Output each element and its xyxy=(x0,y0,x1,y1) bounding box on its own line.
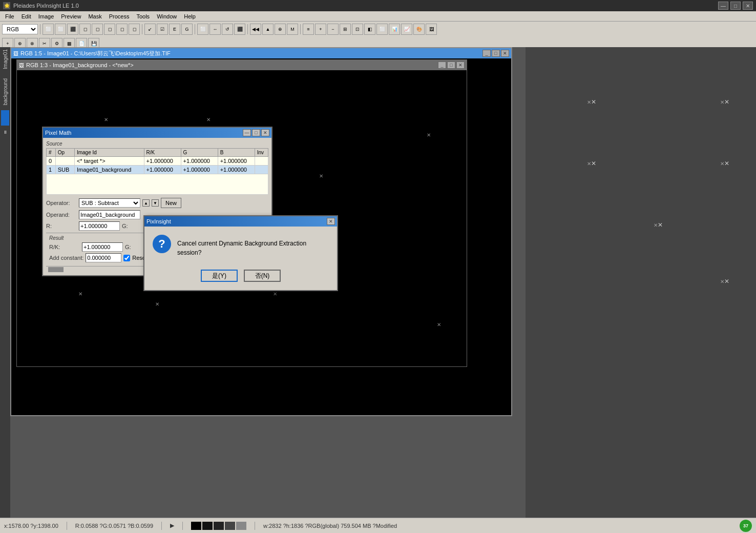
menu-file[interactable]: File xyxy=(2,12,17,20)
confirm-buttons: 是(Y) 否(N) xyxy=(144,265,337,290)
minimize-button[interactable]: — xyxy=(718,2,728,10)
col-header-imageid: Image Id xyxy=(74,149,144,157)
right-panel: ✕ ✕ ✕ ✕ ✕ ✕ xyxy=(526,47,756,518)
toolbar-btn-7[interactable]: ◻ xyxy=(116,24,128,35)
color-swatches xyxy=(191,522,246,530)
maximize-button[interactable]: □ xyxy=(730,2,741,10)
up-arrow-btn[interactable]: ▲ xyxy=(142,199,150,207)
toolbar-btn-30[interactable]: 🎨 xyxy=(413,24,425,35)
down-arrow-btn[interactable]: ▼ xyxy=(152,199,159,207)
status-bar: x:1578.00 ?y:1398.00 R:0.0588 ?G:0.0571 … xyxy=(0,518,756,533)
menu-image[interactable]: Image xyxy=(35,12,57,20)
side-label-background[interactable]: background xyxy=(2,76,9,107)
toolbar-btn-15[interactable]: ↺ xyxy=(222,24,233,35)
confirm-close-btn[interactable]: ✕ xyxy=(327,218,335,225)
pixel-math-minimize[interactable]: — xyxy=(243,129,251,136)
pixel-math-close[interactable]: ✕ xyxy=(261,129,269,136)
toolbar-btn-13[interactable]: ⬜ xyxy=(197,24,208,35)
main-minimize-btn[interactable]: _ xyxy=(482,50,491,57)
toolbar-btn-19[interactable]: ⊕ xyxy=(275,24,286,35)
toolbar-btn-28[interactable]: 📊 xyxy=(389,24,400,35)
toolbar-btn-3[interactable]: ⬛ xyxy=(67,24,78,35)
toolbar-btn-31[interactable]: 🖼 xyxy=(426,24,437,35)
app-icon: 🌟 xyxy=(3,2,10,9)
confirm-yes-button[interactable]: 是(Y) xyxy=(201,270,238,282)
toolbar-btn-29[interactable]: 📈 xyxy=(401,24,412,35)
bg-close-btn[interactable]: ✕ xyxy=(456,61,465,69)
bg-maximize-btn[interactable]: □ xyxy=(447,61,455,69)
swatch-black1 xyxy=(191,522,201,530)
main-maximize-btn[interactable]: □ xyxy=(492,50,500,57)
menu-tools[interactable]: Tools xyxy=(133,12,153,20)
title-bar-controls: — □ ✕ xyxy=(718,2,753,10)
toolbar-btn-26[interactable]: ◧ xyxy=(364,24,375,35)
r-input[interactable] xyxy=(79,221,120,231)
status-sep-3 xyxy=(182,522,183,530)
toolbar-btn-25[interactable]: ⊡ xyxy=(352,24,363,35)
toolbar-btn-9[interactable]: ↙ xyxy=(144,24,156,35)
toolbar-btn-23[interactable]: − xyxy=(327,24,339,35)
toolbar-btn-14[interactable]: ↔ xyxy=(209,24,221,35)
col-header-num: # xyxy=(47,149,56,157)
toolbar-btn-27[interactable]: ⬜ xyxy=(376,24,388,35)
toolbar-btn-4[interactable]: ◻ xyxy=(79,24,91,35)
menu-preview[interactable]: Preview xyxy=(58,12,84,20)
add-constant-input[interactable] xyxy=(86,253,121,262)
status-sep-1 xyxy=(67,522,67,530)
status-sep-4 xyxy=(255,522,255,530)
menu-mask[interactable]: Mask xyxy=(85,12,104,20)
toolbar-btn-22[interactable]: + xyxy=(315,24,326,35)
status-play-icon[interactable]: ▶ xyxy=(170,522,174,529)
main-close-btn[interactable]: ✕ xyxy=(501,50,509,57)
rescale-checkbox[interactable] xyxy=(123,255,130,261)
table-empty-row xyxy=(47,174,268,195)
toolbar-btn-18[interactable]: ▲ xyxy=(262,24,274,35)
result-rk-input[interactable] xyxy=(82,242,123,252)
table-row[interactable]: 1 SUB Image01_background +1.000000 +1.00… xyxy=(47,166,268,174)
toolbar-btn-21[interactable]: ≡ xyxy=(303,24,314,35)
col-header-rk: R/K xyxy=(144,149,181,157)
toolbar-btn-24[interactable]: ⊞ xyxy=(340,24,351,35)
status-dimensions: w:2832 ?h:1836 ?RGB(global) 759.504 MB ?… xyxy=(263,523,397,529)
table-row[interactable]: 0 <* target *> +1.000000 +1.000000 +1.00… xyxy=(47,157,268,166)
side-label-image01[interactable]: Image01 xyxy=(2,47,9,71)
mode-selector[interactable]: RGB xyxy=(2,24,38,34)
toolbar-btn-10[interactable]: ☑ xyxy=(157,24,168,35)
status-rgb: R:0.0588 ?G:0.0571 ?B:0.0599 xyxy=(75,523,153,529)
toolbar-btn-11[interactable]: E xyxy=(169,24,180,35)
bg-window-icon: 🖼 xyxy=(19,63,24,68)
confirm-no-button[interactable]: 否(N) xyxy=(244,270,281,282)
crosshair-r4: ✕ xyxy=(720,160,726,166)
toolbar-btn-20[interactable]: M xyxy=(287,24,298,35)
swatch-dark xyxy=(214,522,224,530)
menu-help[interactable]: Help xyxy=(181,12,199,20)
toolbar-btn-2[interactable]: ⬜ xyxy=(55,24,66,35)
main-window-titlebar: 🖼 RGB 1:5 - Image01 - C:\Users\郭云飞\Deskt… xyxy=(11,48,511,58)
menu-window[interactable]: Window xyxy=(154,12,180,20)
toolbar-btn-5[interactable]: ◻ xyxy=(92,24,103,35)
scrollbar-thumb[interactable] xyxy=(48,267,64,272)
pixel-math-maximize[interactable]: □ xyxy=(252,129,260,136)
toolbar-btn-17[interactable]: ◀◀ xyxy=(250,24,261,35)
toolbar-btn-1[interactable]: ⬜ xyxy=(43,24,54,35)
bg-minimize-btn[interactable]: _ xyxy=(438,61,446,69)
menu-process[interactable]: Process xyxy=(106,12,133,20)
close-button[interactable]: ✕ xyxy=(743,2,753,10)
new-button[interactable]: New xyxy=(161,198,181,208)
side-labels: Image01 background ⏸ xyxy=(0,47,10,518)
operand-input[interactable] xyxy=(79,210,140,219)
toolbar-btn-8[interactable]: ◻ xyxy=(129,24,140,35)
toolbar-btn-12[interactable]: G xyxy=(181,24,193,35)
menu-edit[interactable]: Edit xyxy=(18,12,34,20)
col-header-g: G xyxy=(181,149,218,157)
status-sep-2 xyxy=(161,522,162,530)
side-pause-button[interactable]: ⏸ xyxy=(3,130,8,135)
title-bar-left: 🌟 Pleiades PixInsight LE 1.0 xyxy=(3,2,79,9)
operator-select[interactable]: SUB : Subtract xyxy=(79,198,140,208)
source-table: # Op Image Id R/K G B Inv 0 <* target *> xyxy=(46,148,268,195)
row1-rk: +1.000000 xyxy=(144,166,181,174)
crosshair-r2: ✕ xyxy=(720,98,726,105)
toolbar-btn-6[interactable]: ◻ xyxy=(104,24,115,35)
toolbar-btn-16[interactable]: ⬛ xyxy=(234,24,245,35)
row0-g: +1.000000 xyxy=(181,157,218,166)
